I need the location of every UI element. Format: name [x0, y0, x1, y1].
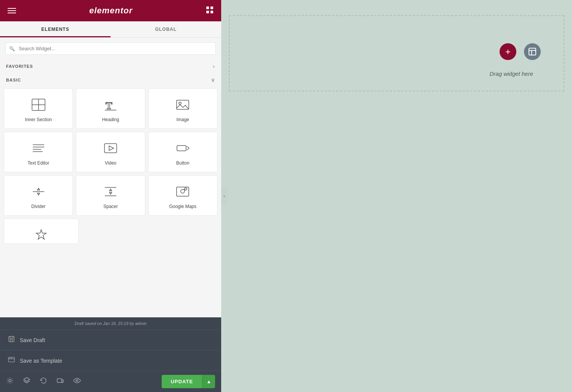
responsive-icon[interactable] — [56, 377, 64, 386]
sidebar: elementor ELEMENTS GLOBAL FAVORITES › BA… — [0, 0, 221, 392]
tabs: ELEMENTS GLOBAL — [0, 21, 221, 38]
widget-star-rating[interactable] — [4, 219, 79, 244]
svg-point-27 — [185, 188, 187, 190]
tab-elements[interactable]: ELEMENTS — [0, 21, 111, 37]
widget-google-maps[interactable]: Google Maps — [148, 175, 217, 216]
svg-point-41 — [76, 380, 78, 382]
update-btn-group: UPDATE ▲ — [162, 375, 215, 388]
image-icon — [174, 96, 191, 113]
svg-rect-17 — [177, 146, 186, 151]
heading-icon: T — [102, 96, 119, 113]
search-icon-wrap — [5, 42, 216, 55]
collapse-toggle[interactable]: ‹ — [221, 187, 227, 206]
widget-text-editor-label: Text Editor — [27, 160, 49, 166]
drag-widget-text: Drag widget here — [490, 70, 533, 77]
widget-divider-label: Divider — [31, 204, 45, 209]
widget-inner-section[interactable]: Inner Section — [4, 88, 73, 129]
elementor-logo: elementor — [89, 6, 133, 16]
google-maps-icon — [174, 183, 191, 200]
bottom-area: Draft saved on Jan 18, 15:19 by admin Sa… — [0, 317, 221, 392]
svg-marker-23 — [109, 189, 112, 191]
tab-global[interactable]: GLOBAL — [111, 21, 221, 37]
apps-grid-icon[interactable] — [206, 6, 214, 16]
svg-rect-32 — [10, 339, 13, 342]
star-rating-icon — [33, 227, 50, 243]
search-wrapper — [0, 38, 221, 59]
divider-icon — [30, 183, 47, 200]
svg-marker-24 — [109, 192, 112, 194]
widget-heading[interactable]: T Heading — [76, 88, 145, 129]
update-button[interactable]: UPDATE — [162, 375, 202, 388]
widget-inner-section-label: Inner Section — [25, 117, 52, 122]
save-draft-label: Save Draft — [20, 337, 45, 343]
widget-google-maps-label: Google Maps — [169, 204, 196, 209]
draft-status: Draft saved on Jan 18, 15:19 by admin — [0, 317, 221, 330]
svg-rect-15 — [104, 144, 117, 153]
sidebar-header: elementor — [0, 0, 221, 21]
settings-icon[interactable] — [6, 377, 14, 386]
widget-heading-label: Heading — [102, 117, 119, 122]
save-template-icon — [8, 356, 15, 365]
canvas-section[interactable]: + Drag widget here — [229, 15, 564, 91]
svg-rect-0 — [206, 6, 209, 9]
button-icon — [174, 140, 191, 157]
video-icon — [102, 140, 119, 157]
toolbar-left-icons — [6, 377, 81, 386]
svg-rect-31 — [10, 336, 13, 338]
widget-image[interactable]: Image — [148, 88, 217, 129]
widget-grid: Inner Section T Heading — [0, 87, 221, 317]
save-draft-icon — [8, 335, 15, 345]
save-draft-button[interactable]: Save Draft — [0, 330, 221, 350]
spacer-icon — [102, 183, 119, 200]
widget-spacer[interactable]: Spacer — [76, 175, 145, 216]
svg-rect-2 — [206, 11, 209, 13]
widget-button-label: Button — [176, 160, 190, 166]
svg-rect-39 — [57, 379, 62, 382]
canvas-btn-row: + — [500, 43, 541, 60]
search-input[interactable] — [5, 42, 216, 55]
svg-rect-3 — [210, 11, 213, 13]
svg-rect-9 — [177, 100, 189, 109]
favorites-section-header[interactable]: FAVORITES › — [0, 59, 221, 73]
widget-divider[interactable]: Divider — [4, 175, 73, 216]
svg-marker-20 — [37, 193, 40, 195]
svg-marker-38 — [24, 378, 30, 381]
svg-point-10 — [179, 102, 181, 104]
toolbar: UPDATE ▲ — [0, 371, 221, 392]
svg-marker-29 — [36, 230, 46, 239]
save-template-label: Save as Template — [20, 358, 62, 364]
canvas: + Drag widget here — [221, 0, 572, 392]
svg-rect-40 — [62, 380, 63, 382]
widget-spacer-label: Spacer — [103, 204, 118, 209]
widget-row-4 — [4, 219, 217, 244]
add-section-button[interactable]: + — [500, 43, 516, 60]
save-template-button[interactable]: Save as Template — [0, 350, 221, 371]
svg-marker-16 — [109, 146, 114, 150]
widget-button[interactable]: Button — [148, 132, 217, 172]
basic-label: BASIC — [6, 78, 21, 82]
svg-rect-30 — [9, 336, 14, 342]
layers-icon[interactable] — [23, 377, 31, 386]
widget-image-label: Image — [177, 117, 189, 122]
widget-row-2: Text Editor Video Button — [4, 132, 217, 172]
template-button[interactable] — [524, 43, 541, 60]
svg-rect-42 — [529, 48, 536, 55]
widget-text-editor[interactable]: Text Editor — [4, 132, 73, 172]
history-icon[interactable] — [40, 377, 47, 386]
widget-video[interactable]: Video — [76, 132, 145, 172]
svg-line-28 — [184, 189, 185, 190]
widget-row-1: Inner Section T Heading — [4, 88, 217, 129]
basic-section-header[interactable]: BASIC ∨ — [0, 73, 221, 87]
widget-row-3: Divider Spacer — [4, 175, 217, 216]
favorites-chevron: › — [213, 63, 215, 69]
text-editor-icon — [30, 140, 47, 157]
basic-chevron: ∨ — [211, 77, 215, 83]
eye-icon[interactable] — [73, 377, 81, 386]
svg-text:T: T — [106, 100, 112, 111]
svg-rect-1 — [210, 6, 213, 9]
inner-section-icon — [30, 96, 47, 113]
widget-video-label: Video — [105, 160, 116, 166]
update-arrow-button[interactable]: ▲ — [202, 375, 215, 388]
svg-marker-19 — [37, 188, 40, 190]
hamburger-menu[interactable] — [8, 8, 16, 13]
